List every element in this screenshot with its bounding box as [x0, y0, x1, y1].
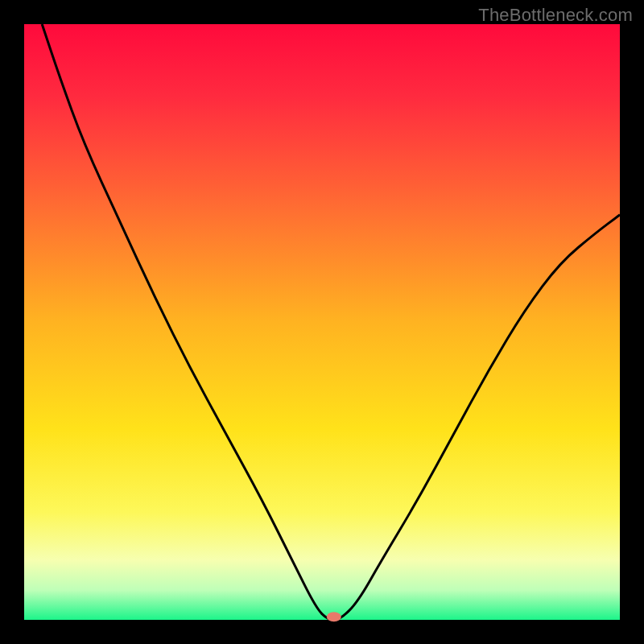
plot-background	[24, 24, 620, 620]
bottleneck-chart	[0, 0, 644, 644]
min-point-marker	[327, 612, 341, 621]
watermark-text: TheBottleneck.com	[478, 5, 633, 26]
chart-frame: { "watermark": "TheBottleneck.com", "cha…	[0, 0, 644, 644]
